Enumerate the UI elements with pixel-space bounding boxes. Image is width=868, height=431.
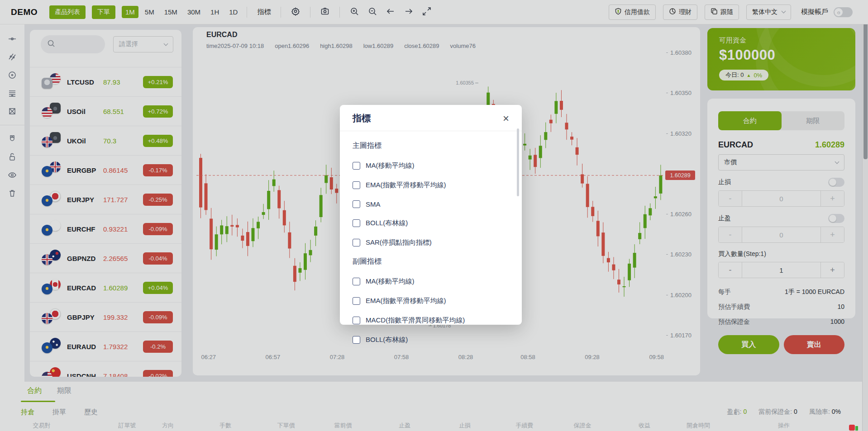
modal-scrollbar[interactable]	[517, 128, 519, 196]
indicator-option[interactable]: EMA(指數平滑移動平均線)	[353, 181, 509, 189]
modal-section-title: 副圖指標	[353, 257, 509, 266]
checkbox-icon[interactable]	[353, 200, 360, 208]
checkbox-icon[interactable]	[353, 317, 360, 324]
indicator-option[interactable]: BOLL(布林線)	[353, 219, 509, 227]
indicator-modal: 指標 × 主圖指標MA(移動平均線)EMA(指數平滑移動平均線)SMABOLL(…	[340, 105, 522, 325]
modal-divider	[340, 131, 522, 131]
checkbox-icon[interactable]	[353, 181, 360, 189]
indicator-option[interactable]: BOLL(布林線)	[353, 336, 509, 344]
indicator-option[interactable]: MACD(指數平滑異同移動平均線)	[353, 316, 509, 325]
indicator-option[interactable]: SAR(停損點指向指標)	[353, 238, 509, 247]
modal-header: 指標 ×	[353, 105, 509, 124]
checkbox-icon[interactable]	[353, 162, 360, 170]
close-icon[interactable]: ×	[503, 113, 509, 124]
indicator-option[interactable]: EMA(指數平滑移動平均線)	[353, 297, 509, 305]
chat-widget-icon[interactable]	[849, 425, 858, 431]
modal-title: 指標	[353, 112, 371, 124]
indicator-option[interactable]: MA(移動平均線)	[353, 277, 509, 286]
indicator-option[interactable]: MA(移動平均線)	[353, 161, 509, 170]
checkbox-icon[interactable]	[353, 278, 360, 285]
checkbox-icon[interactable]	[353, 219, 360, 227]
modal-section-title: 主圖指標	[353, 141, 509, 151]
checkbox-icon[interactable]	[353, 239, 360, 246]
checkbox-icon[interactable]	[353, 297, 360, 305]
indicator-option[interactable]: SMA	[353, 200, 509, 208]
checkbox-icon[interactable]	[353, 336, 360, 344]
